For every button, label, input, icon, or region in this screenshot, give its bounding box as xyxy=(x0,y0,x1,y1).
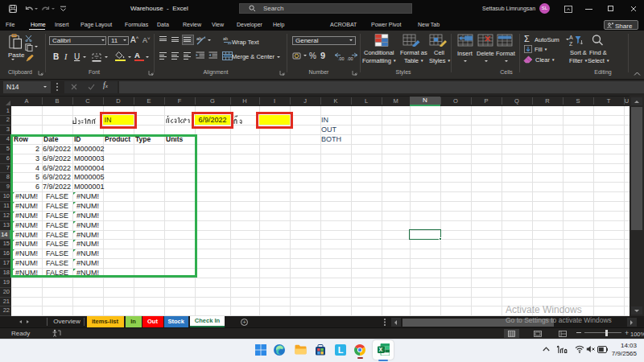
svg-text:.00: .00 xyxy=(347,56,353,61)
svg-text:.00: .00 xyxy=(338,56,345,61)
svg-text:Z: Z xyxy=(569,41,573,47)
svg-text:X: X xyxy=(379,347,383,352)
svg-text:ab: ab xyxy=(196,36,202,41)
svg-text:A: A xyxy=(569,35,573,40)
svg-text:ab: ab xyxy=(223,36,228,41)
